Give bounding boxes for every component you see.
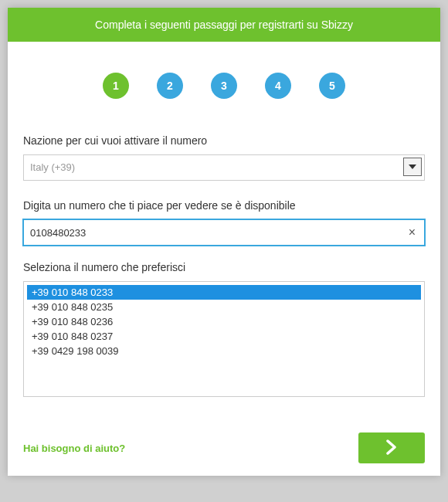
country-label: Nazione per cui vuoi attivare il numero <box>23 134 425 147</box>
list-item[interactable]: +39 010 848 0237 <box>27 329 421 344</box>
number-input-wrap: × <box>23 219 425 246</box>
list-item[interactable]: +39 0429 198 0039 <box>27 344 421 358</box>
number-listbox[interactable]: +39 010 848 0233 +39 010 848 0235 +39 01… <box>23 281 425 397</box>
number-input[interactable] <box>23 219 425 246</box>
modal-header: Completa i seguenti passaggi per registr… <box>8 8 440 42</box>
header-title: Completa i seguenti passaggi per registr… <box>95 19 353 31</box>
step-5[interactable]: 5 <box>319 73 345 99</box>
next-button[interactable] <box>358 432 425 463</box>
modal-footer: Hai bisogno di aiuto? <box>8 432 440 476</box>
number-label: Digita un numero che ti piace per vedere… <box>23 199 425 212</box>
help-link[interactable]: Hai bisogno di aiuto? <box>23 443 125 454</box>
list-label: Seleziona il numero che preferisci <box>23 261 425 273</box>
step-4[interactable]: 4 <box>265 73 291 99</box>
list-item[interactable]: +39 010 848 0235 <box>27 300 421 314</box>
registration-modal: Completa i seguenti passaggi per registr… <box>8 8 440 476</box>
progress-stepper: 1 2 3 4 5 <box>8 42 440 134</box>
list-item[interactable]: +39 010 848 0236 <box>27 314 421 329</box>
step-2[interactable]: 2 <box>157 73 183 99</box>
close-icon: × <box>409 226 416 239</box>
country-select[interactable]: Italy (+39) <box>23 154 425 181</box>
list-item[interactable]: +39 010 848 0233 <box>27 285 421 300</box>
country-select-wrap: Italy (+39) <box>23 154 425 181</box>
clear-input-button[interactable]: × <box>406 226 419 239</box>
step-1[interactable]: 1 <box>103 73 129 99</box>
chevron-right-icon <box>386 439 397 457</box>
modal-body: Nazione per cui vuoi attivare il numero … <box>8 134 440 432</box>
step-3[interactable]: 3 <box>211 73 237 99</box>
